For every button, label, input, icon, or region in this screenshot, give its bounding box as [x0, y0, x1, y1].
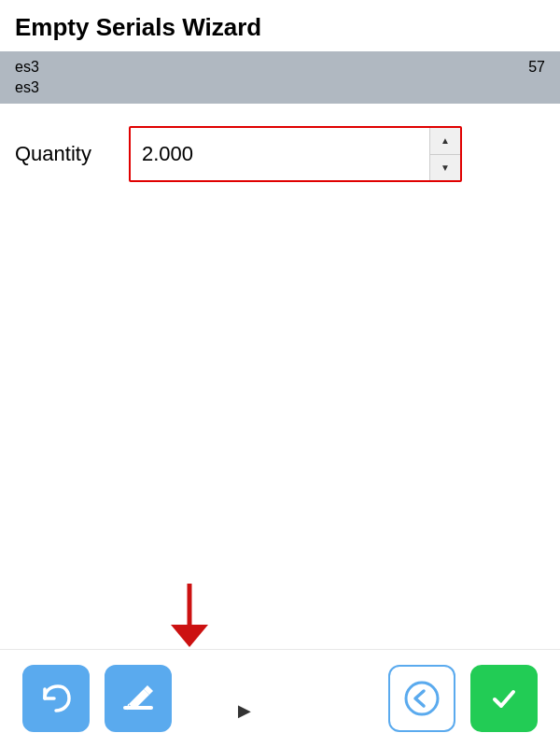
toolbar-left: [22, 665, 172, 732]
bottom-section: ▶: [0, 649, 560, 747]
page-title: Empty Serials Wizard: [15, 13, 261, 41]
quantity-input[interactable]: [131, 128, 429, 180]
quantity-decrement-button[interactable]: ▼: [430, 155, 460, 181]
quantity-spinners: ▲ ▼: [429, 128, 460, 180]
confirm-icon: [485, 680, 523, 717]
page-container: Empty Serials Wizard es3 57 es3 Quantity…: [0, 0, 560, 747]
confirm-button[interactable]: [470, 665, 538, 732]
back-button[interactable]: [388, 665, 455, 732]
undo-icon: [37, 680, 75, 717]
subtitle-number: 57: [528, 59, 545, 76]
content-area: Quantity ▲ ▼: [0, 104, 560, 649]
quantity-row: Quantity ▲ ▼: [15, 126, 545, 182]
cursor-indicator: ▶: [238, 700, 251, 721]
quantity-label: Quantity: [15, 142, 118, 166]
subtitle-label-2: es3: [15, 79, 39, 96]
toolbar-right: [388, 665, 538, 732]
back-icon: [403, 680, 441, 717]
subtitle-label-1: es3: [15, 59, 39, 76]
edit-icon: [119, 680, 157, 717]
undo-button[interactable]: [22, 665, 90, 732]
edit-button[interactable]: [105, 665, 172, 732]
bottom-toolbar: ▶: [0, 649, 560, 747]
subtitle-row1: es3 57: [15, 59, 545, 76]
svg-point-4: [406, 683, 438, 714]
title-bar: Empty Serials Wizard: [0, 0, 560, 51]
subtitle-row2: es3: [15, 79, 545, 96]
quantity-increment-button[interactable]: ▲: [430, 128, 460, 155]
subtitle-bar: es3 57 es3: [0, 51, 560, 104]
quantity-input-wrapper: ▲ ▼: [129, 126, 462, 182]
